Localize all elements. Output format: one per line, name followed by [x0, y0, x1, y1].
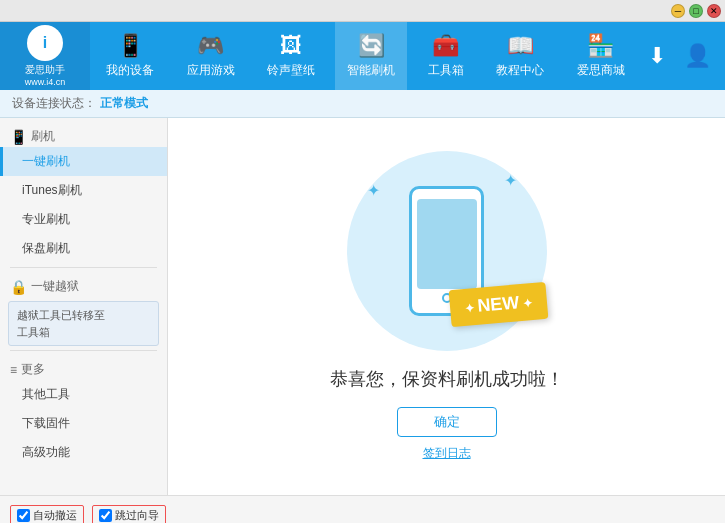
- nav-items: 📱 我的设备 🎮 应用游戏 🖼 铃声壁纸 🔄 智能刷机 🧰 工具箱 📖 教程中心…: [90, 22, 641, 90]
- skip-guide-checkbox-group: 跳过向导: [92, 505, 166, 523]
- logo-text: 爱思助手 www.i4.cn: [25, 63, 66, 87]
- wallpaper-icon: 🖼: [280, 33, 302, 59]
- bottom-row1: 自动撤运 跳过向导: [0, 496, 725, 523]
- titlebar: ─ □ ✕: [0, 0, 725, 22]
- skip-guide-checkbox[interactable]: [99, 509, 112, 522]
- apps-icon: 🎮: [197, 33, 224, 59]
- nav-wallpaper[interactable]: 🖼 铃声壁纸: [255, 22, 327, 90]
- sparkle-tr-icon: ✦: [504, 171, 517, 190]
- nav-apps[interactable]: 🎮 应用游戏: [175, 22, 247, 90]
- phone-illustration: ✦ ✦ NEW: [337, 151, 557, 351]
- phone-screen: [417, 199, 477, 289]
- lock-icon: 🔒: [10, 279, 27, 295]
- my-device-icon: 📱: [117, 33, 144, 59]
- content-area: ✦ ✦ NEW 恭喜您，保资料刷机成功啦！ 确定 签到日志: [168, 118, 725, 495]
- auto-dismiss-label: 自动撤运: [33, 508, 77, 523]
- main-area: 📱 刷机 一键刷机 iTunes刷机 专业刷机 保盘刷机 🔒 一键越狱 越狱工具…: [0, 118, 725, 495]
- nav-smart-flash[interactable]: 🔄 智能刷机: [335, 22, 407, 90]
- logo-area: i 爱思助手 www.i4.cn: [0, 22, 90, 90]
- download-button[interactable]: ⬇: [641, 40, 673, 72]
- sparkle-tl-icon: ✦: [367, 181, 380, 200]
- minimize-button[interactable]: ─: [671, 4, 685, 18]
- user-button[interactable]: 👤: [681, 40, 713, 72]
- sidebar-item-itunes-flash[interactable]: iTunes刷机: [0, 176, 167, 205]
- sidebar-info-box: 越狱工具已转移至 工具箱: [8, 301, 159, 346]
- sidebar-item-pro-flash[interactable]: 专业刷机: [0, 205, 167, 234]
- nav-right: ⬇ 👤: [641, 40, 725, 72]
- skip-guide-label: 跳过向导: [115, 508, 159, 523]
- auto-dismiss-checkbox[interactable]: [17, 509, 30, 522]
- section-more-label: ≡ 更多: [0, 355, 167, 380]
- nav-fan-city[interactable]: 🏪 爱思商城: [565, 22, 637, 90]
- sidebar-divider-1: [10, 267, 157, 268]
- sidebar-divider-2: [10, 350, 157, 351]
- smart-flash-icon: 🔄: [358, 33, 385, 59]
- flash-section-icon: 📱: [10, 129, 27, 145]
- sidebar-item-advanced[interactable]: 高级功能: [0, 438, 167, 467]
- fan-city-icon: 🏪: [587, 33, 614, 59]
- sidebar-item-save-flash[interactable]: 保盘刷机: [0, 234, 167, 263]
- locked-section-label: 🔒 一键越狱: [0, 272, 167, 297]
- bottom-combined: 自动撤运 跳过向导 📱 iPhone 12 mini 64GB Down-12m…: [0, 495, 725, 523]
- success-message: 恭喜您，保资料刷机成功啦！: [330, 367, 564, 391]
- sidebar: 📱 刷机 一键刷机 iTunes刷机 专业刷机 保盘刷机 🔒 一键越狱 越狱工具…: [0, 118, 168, 495]
- header: i 爱思助手 www.i4.cn 📱 我的设备 🎮 应用游戏 🖼 铃声壁纸 🔄 …: [0, 22, 725, 90]
- close-button[interactable]: ✕: [707, 4, 721, 18]
- status-bar: 设备连接状态： 正常模式: [0, 90, 725, 118]
- nav-tools[interactable]: 🧰 工具箱: [416, 22, 476, 90]
- tools-icon: 🧰: [432, 33, 459, 59]
- daily-link[interactable]: 签到日志: [423, 445, 471, 462]
- maximize-button[interactable]: □: [689, 4, 703, 18]
- new-badge: NEW: [448, 282, 548, 327]
- section-flash-label: 📱 刷机: [0, 122, 167, 147]
- sidebar-item-one-key-flash[interactable]: 一键刷机: [0, 147, 167, 176]
- logo-icon: i: [27, 25, 63, 61]
- more-section-icon: ≡: [10, 363, 17, 377]
- status-value: 正常模式: [100, 95, 148, 112]
- nav-my-device[interactable]: 📱 我的设备: [94, 22, 166, 90]
- nav-tutorials[interactable]: 📖 教程中心: [484, 22, 556, 90]
- confirm-button[interactable]: 确定: [397, 407, 497, 437]
- tutorials-icon: 📖: [507, 33, 534, 59]
- sidebar-item-other-tools[interactable]: 其他工具: [0, 380, 167, 409]
- auto-dismiss-checkbox-group: 自动撤运: [10, 505, 84, 523]
- status-label: 设备连接状态：: [12, 95, 96, 112]
- sidebar-item-download-firmware[interactable]: 下载固件: [0, 409, 167, 438]
